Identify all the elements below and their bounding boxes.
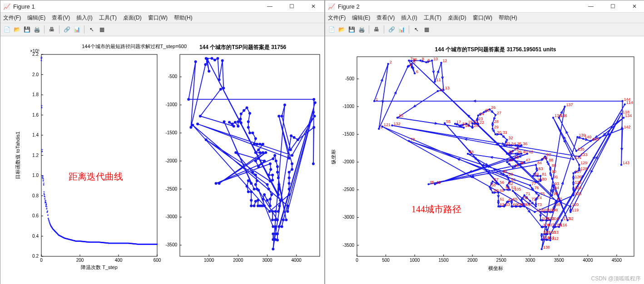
- print-icon[interactable]: 🖨️: [357, 25, 366, 34]
- svg-text:1000: 1000: [204, 258, 214, 263]
- svg-point-566: [476, 119, 478, 121]
- svg-point-804: [621, 128, 623, 130]
- colorbar-icon[interactable]: 📊: [72, 25, 81, 34]
- svg-point-650: [510, 200, 512, 202]
- menu-view[interactable]: 查看(V): [52, 14, 70, 22]
- svg-rect-0: [41, 54, 157, 256]
- svg-point-612: [518, 164, 520, 166]
- svg-point-396: [257, 157, 260, 160]
- menu-desktop[interactable]: 桌面(D): [123, 14, 142, 22]
- svg-text:104: 104: [552, 216, 559, 221]
- svg-point-370: [228, 121, 231, 124]
- svg-point-778: [578, 164, 580, 166]
- svg-point-359: [208, 70, 210, 73]
- open-icon[interactable]: 📂: [12, 25, 21, 34]
- print-preview-icon[interactable]: 🖶: [372, 25, 381, 34]
- svg-point-427: [269, 198, 272, 201]
- svg-point-421: [261, 205, 263, 207]
- svg-text:*: *: [43, 182, 45, 187]
- svg-point-354: [187, 98, 190, 101]
- legend-icon[interactable]: ▦: [422, 25, 431, 34]
- svg-text:43: 43: [514, 155, 519, 160]
- menu-file[interactable]: 文件(F): [3, 14, 21, 22]
- svg-point-560: [471, 127, 473, 128]
- legend-icon[interactable]: ▦: [97, 25, 106, 34]
- menu-edit[interactable]: 编辑(E): [352, 14, 370, 22]
- svg-point-634: [491, 181, 493, 182]
- print-preview-icon[interactable]: 🖶: [47, 25, 56, 34]
- colorbar-icon[interactable]: 📊: [397, 25, 406, 34]
- svg-point-475: [268, 210, 271, 213]
- svg-point-774: [572, 172, 574, 174]
- minimize-button[interactable]: —: [262, 2, 278, 11]
- menu-window[interactable]: 窗口(W): [473, 14, 492, 22]
- svg-point-400: [263, 160, 266, 162]
- menu-edit[interactable]: 编辑(E): [27, 14, 45, 22]
- svg-point-383: [248, 132, 251, 134]
- new-icon[interactable]: 📄: [2, 25, 11, 34]
- save-icon[interactable]: 💾: [347, 25, 356, 34]
- menu-help[interactable]: 帮助(H): [499, 14, 517, 22]
- menu-desktop[interactable]: 桌面(D): [448, 14, 466, 22]
- menu-window[interactable]: 窗口(W): [148, 14, 168, 22]
- svg-point-410: [247, 179, 250, 182]
- svg-text:14: 14: [439, 87, 444, 92]
- svg-text:23: 23: [478, 117, 483, 121]
- menu-insert[interactable]: 插入(I): [76, 14, 92, 22]
- svg-point-435: [268, 174, 270, 176]
- pointer-icon[interactable]: ↖: [87, 25, 96, 34]
- svg-point-708: [552, 189, 554, 191]
- new-icon[interactable]: 📄: [327, 25, 336, 34]
- print-icon[interactable]: 🖨️: [32, 25, 41, 34]
- menu-tools[interactable]: 工具(T): [424, 14, 441, 22]
- menu-insert[interactable]: 插入(I): [401, 14, 417, 22]
- svg-text:2000: 2000: [467, 258, 478, 263]
- open-icon[interactable]: 📂: [337, 25, 346, 34]
- save-icon[interactable]: 💾: [22, 25, 31, 34]
- menu-file[interactable]: 文件(F): [328, 14, 346, 22]
- svg-point-404: [256, 179, 258, 182]
- close-button[interactable]: ✕: [305, 2, 322, 11]
- svg-point-493: [293, 136, 296, 139]
- maximize-button[interactable]: ☐: [283, 2, 300, 11]
- svg-text:84: 84: [537, 161, 542, 165]
- svg-text:144: 144: [624, 97, 631, 102]
- svg-text:3000: 3000: [262, 258, 272, 263]
- svg-text:54: 54: [505, 186, 510, 190]
- svg-point-463: [272, 238, 274, 241]
- svg-point-407: [253, 188, 256, 191]
- svg-text:129: 129: [580, 161, 587, 165]
- svg-point-582: [500, 133, 502, 135]
- svg-point-379: [246, 106, 248, 109]
- minimize-button[interactable]: —: [583, 2, 599, 11]
- svg-point-483: [277, 115, 280, 118]
- pointer-icon[interactable]: ↖: [412, 25, 421, 34]
- svg-point-399: [260, 162, 263, 165]
- svg-point-67: [47, 215, 49, 216]
- svg-point-636: [489, 186, 490, 188]
- svg-point-395: [264, 151, 267, 154]
- svg-text:135: 135: [578, 147, 585, 152]
- svg-point-376: [239, 118, 242, 120]
- menu-view[interactable]: 查看(V): [376, 14, 395, 22]
- svg-text:26: 26: [491, 105, 495, 110]
- svg-point-548: [437, 90, 439, 92]
- svg-point-412: [247, 191, 250, 193]
- svg-point-477: [288, 188, 291, 191]
- svg-text:65: 65: [513, 197, 518, 201]
- menu-tools[interactable]: 工具(T): [99, 14, 117, 22]
- svg-point-458: [257, 189, 260, 191]
- svg-point-468: [277, 225, 280, 228]
- svg-text:144 个城市的TSP问题答案是  31756: 144 个城市的TSP问题答案是 31756: [199, 44, 287, 50]
- svg-text:93: 93: [555, 181, 559, 186]
- svg-point-357: [204, 63, 207, 66]
- maximize-button[interactable]: ☐: [604, 2, 621, 11]
- menu-help[interactable]: 帮助(H): [174, 14, 193, 22]
- link-icon[interactable]: 🔗: [387, 25, 396, 34]
- svg-text:47: 47: [526, 158, 530, 162]
- link-icon[interactable]: 🔗: [62, 25, 71, 34]
- close-button[interactable]: ✕: [626, 2, 643, 11]
- svg-text:137: 137: [566, 103, 573, 107]
- svg-text:*: *: [41, 148, 43, 153]
- figure-area-2: 1234567891011121314151617181920212223242…: [325, 36, 644, 284]
